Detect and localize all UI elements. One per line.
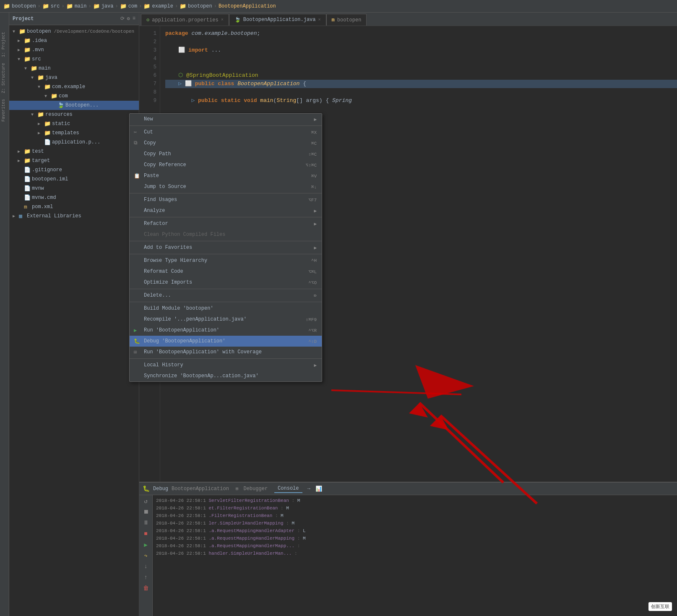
breadcrumb-bootopen[interactable]: bootopen [12, 3, 36, 9]
menu-divider [130, 193, 322, 193]
menu-item-refactor[interactable]: Refactor ▶ [130, 218, 322, 229]
pause-button[interactable]: ⏸ [142, 519, 150, 527]
breadcrumb-file[interactable]: BootopenApplication [219, 3, 276, 9]
tree-item-bootopen-iml[interactable]: ▶ 📄 bootopen.iml [9, 175, 139, 184]
tab-bootopen-application[interactable]: 🍃 BootopenApplication.java × [229, 14, 326, 26]
cut-icon: ✂ [134, 129, 141, 136]
tree-item-templates[interactable]: ▶ 📁 templates [9, 128, 139, 138]
menu-item-browse-hierarchy[interactable]: Browse Type Hierarchy ^H [130, 255, 322, 266]
log-line: 2018-04-26 22:58:1 .a.RequestMappingHand… [156, 542, 674, 550]
menu-label-run: Run 'BootopenApplication' [144, 327, 219, 333]
menu-item-copy[interactable]: ⧉ Copy ⌘C [130, 138, 322, 149]
gear-icon[interactable]: ⚙ [127, 16, 130, 22]
tree-item-com[interactable]: ▼ 📁 com [9, 91, 139, 101]
step-into-button[interactable]: ↓ [142, 562, 150, 571]
menu-item-clean-python: Clean Python Compiled Files [130, 229, 322, 240]
tree-item-mvnw[interactable]: ▶ 📄 mvnw [9, 184, 139, 193]
breadcrumb-src[interactable]: src [51, 3, 60, 9]
menu-label-refactor: Refactor [144, 221, 168, 227]
step-over-button[interactable]: ↷ [142, 551, 150, 560]
tree-item-test[interactable]: ▶ 📁 test [9, 147, 139, 156]
file-icon: 📄 [24, 185, 31, 192]
tree-item-bootopen-app[interactable]: ▶ 🍃 Bootopen... [9, 101, 139, 110]
tree-item-application-prop[interactable]: ▶ 📄 application.p... [9, 138, 139, 147]
stop-button[interactable]: ■ [142, 530, 150, 538]
breadcrumb-java[interactable]: java [102, 3, 114, 9]
tree-item-gitignore[interactable]: ▶ 📄 .gitignore [9, 165, 139, 175]
tab-close-icon[interactable]: × [221, 18, 224, 22]
menu-item-analyze[interactable]: Analyze ▶ [130, 205, 322, 216]
sync-icon[interactable]: ⟳ [120, 16, 125, 22]
menu-item-synchronize[interactable]: Synchronize 'BootopenAp...cation.java' [130, 371, 322, 381]
delete-button[interactable]: 🗑 [142, 584, 150, 593]
menu-label-sync: Synchronize 'BootopenAp...cation.java' [144, 373, 259, 379]
resume-button[interactable]: ▶ [142, 540, 150, 549]
tab-bootopen[interactable]: m bootopen [326, 14, 367, 26]
breadcrumb-com[interactable]: com [128, 3, 138, 9]
context-menu: New ▶ ✂ Cut ⌘X ⧉ Copy ⌘C Copy Path ⇧⌘C C… [129, 113, 322, 382]
console-tab-label[interactable]: Console [274, 485, 302, 493]
folder-icon: 📁 [24, 37, 31, 44]
tree-item-target[interactable]: ▶ 📁 target [9, 156, 139, 165]
menu-item-paste[interactable]: 📋 Paste ⌘V [130, 170, 322, 181]
debugger-tab-label[interactable]: Debugger [240, 485, 271, 493]
log-line: 2018-04-26 22:58:1 et.FilterRegistration… [156, 504, 674, 512]
console-tab[interactable]: ⊞ Debugger [236, 485, 271, 493]
menu-item-build-module[interactable]: Build Module 'bootopen' [130, 303, 322, 314]
step-out-button[interactable]: ↑ [142, 573, 150, 582]
breadcrumb-main[interactable]: main [75, 3, 87, 9]
breadcrumb-com-icon: 📁 [120, 3, 127, 10]
tree-item-main[interactable]: ▼ 📁 main [9, 64, 139, 73]
settings-icon[interactable]: ≡ [133, 16, 135, 22]
menu-item-run-coverage[interactable]: ⊞ Run 'BootopenApplication' with Coverag… [130, 347, 322, 358]
menu-item-delete[interactable]: Delete... ⌦ [130, 290, 322, 301]
tab-favorites[interactable]: Favorites [0, 97, 9, 124]
tree-item-pom-xml[interactable]: ▶ m pom.xml [9, 202, 139, 211]
file-tree: ▼ 📁 bootopen /Development/CodeOne/bootop… [9, 25, 139, 616]
tree-item-external-libs[interactable]: ▶ ▦ External Libraries [9, 211, 139, 221]
menu-item-optimize[interactable]: Optimize Imports ^⌥O [130, 277, 322, 288]
tree-item-static[interactable]: ▶ 📁 static [9, 119, 139, 128]
menu-item-local-history[interactable]: Local History ▶ [130, 360, 322, 371]
tree-item-mvn[interactable]: ▶ 📁 .mvn [9, 45, 139, 55]
tree-item-com-example[interactable]: ▼ 📁 com.example [9, 82, 139, 91]
log-line: 2018-04-26 22:58:1 .FilterRegistrationBe… [156, 512, 674, 519]
menu-label-history: Local History [144, 362, 183, 368]
menu-item-copy-reference[interactable]: Copy Reference ⌥⇧⌘C [130, 159, 322, 170]
code-line-7: ▷ ⬜ public class BootopenApplication { [165, 80, 677, 88]
menu-label-reformat: Reformat Code [144, 269, 183, 274]
debug-shortcut: ^⇧D [308, 339, 317, 344]
arrow-icon: ▼ [13, 29, 18, 34]
arrow-icon: ▶ [18, 149, 23, 154]
folder-icon: 📁 [44, 120, 51, 127]
tree-item-resources[interactable]: ▼ 📁 resources [9, 110, 139, 119]
menu-item-new[interactable]: New ▶ [130, 114, 322, 125]
tree-item-src[interactable]: ▼ 📁 src [9, 55, 139, 64]
menu-item-run[interactable]: ▶ Run 'BootopenApplication' ^⌥R [130, 325, 322, 336]
folder-icon: 📁 [44, 84, 51, 90]
breadcrumb-bootopen2[interactable]: bootopen [188, 3, 212, 9]
menu-item-recompile[interactable]: Recompile '...penApplication.java' ⇧⌘F9 [130, 314, 322, 325]
menu-item-debug[interactable]: 🐛 Debug 'BootopenApplication' ^⇧D [130, 336, 322, 347]
menu-item-reformat[interactable]: Reformat Code ⌥⌘L [130, 266, 322, 277]
copy-shortcut: ⌘C [311, 141, 317, 146]
tree-item-mvnw-cmd[interactable]: ▶ 📄 mvnw.cmd [9, 193, 139, 202]
menu-item-add-favorites[interactable]: Add to Favorites ▶ [130, 242, 322, 253]
tab-application-properties[interactable]: ⚙ application.properties × [141, 14, 229, 26]
code-line-5 [165, 63, 677, 71]
menu-item-copy-path[interactable]: Copy Path ⇧⌘C [130, 149, 322, 159]
menu-item-jump-source[interactable]: Jump to Source ⌘↓ [130, 181, 322, 192]
menu-item-cut[interactable]: ✂ Cut ⌘X [130, 127, 322, 138]
tree-item-bootopen-root[interactable]: ▼ 📁 bootopen /Development/CodeOne/bootop… [9, 27, 139, 36]
menu-item-find-usages[interactable]: Find Usages ⌥F7 [130, 194, 322, 205]
breadcrumb-example[interactable]: example [152, 3, 173, 9]
stop-all-button[interactable]: ⏹ [142, 508, 150, 516]
tree-item-java[interactable]: ▼ 📁 java [9, 73, 139, 82]
main-layout: 1: Project Z: Structure Favorites Projec… [0, 13, 677, 616]
tab-close-icon[interactable]: × [318, 18, 321, 22]
recompile-shortcut: ⇧⌘F9 [306, 317, 317, 322]
tab-structure[interactable]: Z: Structure [0, 60, 9, 96]
tree-item-idea[interactable]: ▶ 📁 .idea [9, 36, 139, 45]
restart-button[interactable]: ↺ [142, 497, 150, 505]
tab-project[interactable]: 1: Project [0, 29, 9, 60]
